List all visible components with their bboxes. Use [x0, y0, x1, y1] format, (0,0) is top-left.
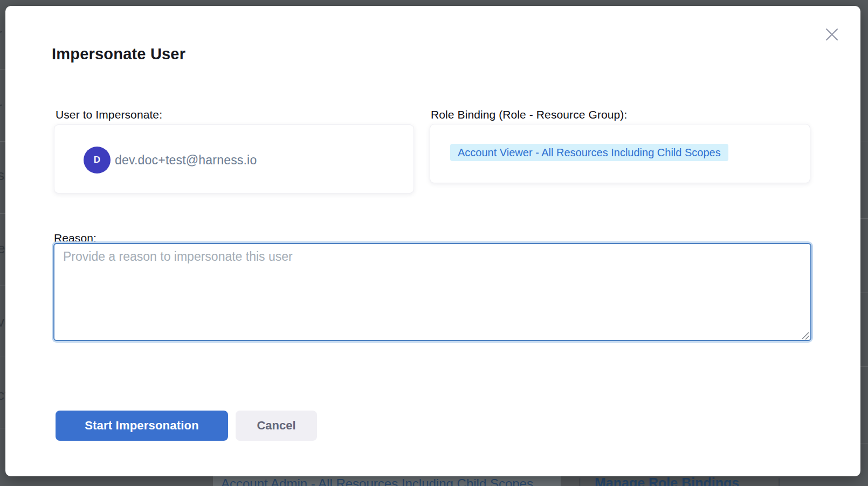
- bg-row-divider: [860, 366, 868, 367]
- bg-manage-role-bindings-link: Manage Role Bindings: [595, 476, 739, 486]
- bg-separator: |: [578, 477, 581, 486]
- screen: r r s ev ve ct Account Admin - All Resou…: [0, 0, 868, 486]
- bg-row-divider: [0, 428, 5, 428]
- impersonate-user-dialog: Impersonate User User to Impersonate: D …: [5, 6, 860, 476]
- bg-row-divider: [0, 141, 5, 142]
- bg-role-binding-chip: Account Admin - All Resources Including …: [213, 476, 561, 486]
- close-icon[interactable]: [821, 24, 843, 45]
- bg-row-divider: [860, 443, 868, 443]
- avatar: D: [84, 147, 111, 173]
- bg-text-fragment: r: [0, 26, 2, 43]
- cancel-button[interactable]: Cancel: [236, 411, 317, 441]
- role-binding-chip: Account Viewer - All Resources Including…: [450, 144, 728, 161]
- bg-text-fragment: s: [0, 167, 5, 184]
- bg-separator: |: [777, 477, 781, 486]
- bg-row-divider: [0, 286, 5, 286]
- reason-input[interactable]: [53, 243, 811, 341]
- user-to-impersonate-label: User to Impersonate:: [56, 108, 162, 121]
- bg-row-divider: [0, 357, 5, 357]
- bg-row-divider: [860, 142, 868, 142]
- bg-row-divider: [0, 213, 5, 214]
- bg-role-binding-text: Account Admin - All Resources Including …: [221, 477, 533, 486]
- bg-text-fragment: r: [0, 99, 2, 116]
- bg-row-divider: [0, 69, 5, 70]
- bg-row-divider: [860, 218, 868, 219]
- dialog-title: Impersonate User: [52, 45, 185, 63]
- bg-row-divider: [860, 293, 868, 293]
- role-binding-label: Role Binding (Role - Resource Group):: [431, 108, 627, 121]
- start-impersonation-button[interactable]: Start Impersonation: [56, 411, 228, 441]
- user-email: dev.doc+test@harness.io: [115, 153, 257, 168]
